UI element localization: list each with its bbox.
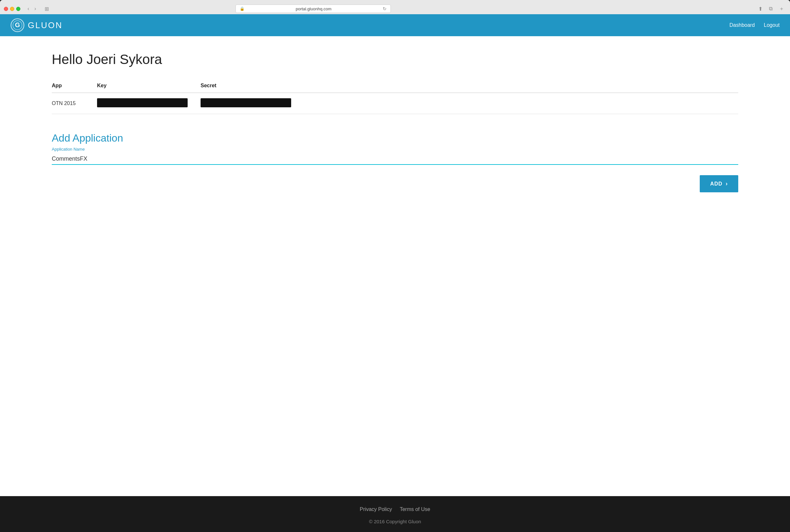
app-name: OTN 2015: [52, 93, 97, 114]
forward-button[interactable]: ›: [32, 5, 38, 12]
site-header: G GLUON Dashboard Logout: [0, 14, 790, 36]
svg-text:G: G: [15, 21, 20, 28]
col-app: App: [52, 80, 97, 93]
url-text: portal.gluonhq.com: [246, 6, 381, 11]
copyright-text: © 2016 Copyright Gluon: [0, 519, 790, 524]
logo-text: GLUON: [28, 20, 62, 31]
app-name-input-wrapper: [52, 153, 738, 165]
share-button[interactable]: ⬆: [756, 5, 765, 13]
main-content: Hello Joeri Sykora App Key Secret OTN 20…: [0, 36, 790, 496]
app-key: [97, 93, 201, 114]
key-redacted: [97, 98, 188, 107]
app-secret: [201, 93, 738, 114]
col-key: Key: [97, 80, 201, 93]
sidebar-button[interactable]: ⊞: [42, 5, 52, 13]
table-row: OTN 2015: [52, 93, 738, 114]
back-button[interactable]: ‹: [25, 5, 31, 12]
terms-of-use-link[interactable]: Terms of Use: [400, 507, 430, 512]
browser-nav-buttons: ‹ ›: [25, 5, 38, 12]
add-button-label: ADD: [710, 181, 722, 187]
close-button[interactable]: [4, 7, 8, 11]
footer-links: Privacy Policy Terms of Use: [0, 507, 790, 512]
url-bar[interactable]: 🔒 portal.gluonhq.com ↻: [236, 4, 391, 13]
header-nav: Dashboard Logout: [730, 22, 780, 28]
nav-dashboard[interactable]: Dashboard: [730, 22, 755, 28]
add-application-section: Add Application Application Name ADD ›: [52, 130, 738, 192]
application-name-input[interactable]: [52, 153, 738, 165]
secret-redacted: [201, 98, 291, 107]
logo-area: G GLUON: [10, 18, 62, 32]
nav-logout[interactable]: Logout: [764, 22, 780, 28]
browser-chrome: ‹ › ⊞ 🔒 portal.gluonhq.com ↻ ⬆ ⧉ ＋: [0, 0, 790, 14]
add-button[interactable]: ADD ›: [700, 175, 738, 192]
col-secret: Secret: [201, 80, 738, 93]
maximize-button[interactable]: [16, 7, 20, 11]
chevron-right-icon: ›: [725, 180, 728, 187]
page-title: Hello Joeri Sykora: [52, 52, 738, 67]
new-tab-button[interactable]: ⧉: [767, 5, 774, 12]
add-tab-button[interactable]: ＋: [777, 5, 786, 13]
lock-icon: 🔒: [240, 6, 244, 11]
browser-actions: ⬆ ⧉ ＋: [756, 5, 786, 13]
traffic-lights: [4, 7, 20, 11]
reload-button[interactable]: ↻: [383, 6, 387, 11]
site-footer: Privacy Policy Terms of Use © 2016 Copyr…: [0, 496, 790, 532]
add-button-container: ADD ›: [52, 175, 738, 192]
gluon-logo-icon: G: [10, 18, 24, 32]
minimize-button[interactable]: [10, 7, 14, 11]
add-application-title: Add Application: [52, 132, 738, 144]
privacy-policy-link[interactable]: Privacy Policy: [360, 507, 392, 512]
application-name-label: Application Name: [52, 147, 738, 152]
apps-table: App Key Secret OTN 2015: [52, 80, 738, 114]
browser-body: G GLUON Dashboard Logout Hello Joeri Syk…: [0, 14, 790, 532]
